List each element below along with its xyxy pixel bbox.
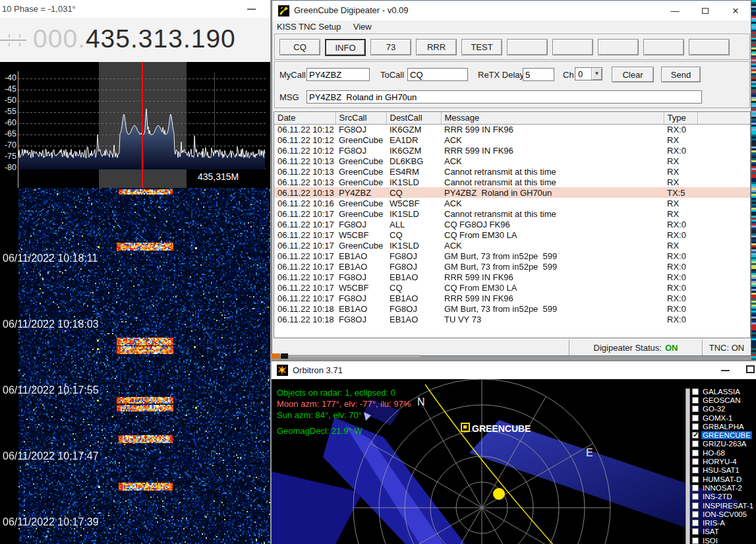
- table-row[interactable]: 06.11.22 10:17FG8OJALL CQ FG8OJ FK96RX:0: [274, 219, 750, 229]
- satellite-checkbox[interactable]: ✓: [692, 440, 699, 447]
- column-header[interactable]: Type: [664, 112, 697, 124]
- table-row[interactable]: 06.11.22 10:13GreenCubeES4RM Cannot retr…: [274, 166, 750, 177]
- column-header[interactable]: [697, 112, 750, 124]
- channel-select[interactable]: 0 ▼: [575, 67, 602, 80]
- table-row[interactable]: 06.11.22 10:13GreenCubeIK1SLD Cannot ret…: [274, 177, 750, 187]
- macro-button-rrr[interactable]: RRR: [416, 39, 457, 55]
- satellite-checkbox[interactable]: ✓: [692, 415, 699, 421]
- table-row[interactable]: 06.11.22 10:17FG8OJEB1AO RRR 599 IN FK96…: [274, 272, 750, 282]
- satellite-list-item[interactable]: ✓ HSU-SAT1: [692, 466, 756, 475]
- tocall-label: ToCall: [380, 70, 404, 80]
- macro-button-73[interactable]: 73: [370, 39, 411, 55]
- digipeater-close-button[interactable]: ✕: [720, 1, 751, 20]
- satellite-checkbox[interactable]: ✓: [692, 406, 699, 412]
- macro-button-blank-5[interactable]: [507, 39, 548, 55]
- satellite-checkbox[interactable]: ✓: [692, 458, 699, 465]
- column-header[interactable]: Message: [441, 112, 664, 124]
- macro-button-blank-9[interactable]: [689, 39, 730, 55]
- satellite-checkbox[interactable]: ✓: [692, 493, 699, 500]
- message-table[interactable]: DateSrcCallDestCallMessageType 06.11.22 …: [274, 111, 751, 338]
- clear-button[interactable]: Clear: [612, 67, 654, 82]
- satellite-list-item[interactable]: ✓ IRIS-A: [692, 518, 756, 527]
- satellite-checkbox[interactable]: ✓: [692, 520, 699, 526]
- satellite-name: GALASSIA: [701, 388, 741, 396]
- orbitron-radar-view[interactable]: N E GREENCUBE Objects on radar: 1, eclip…: [272, 379, 756, 544]
- table-row[interactable]: 06.11.22 10:17W5CBFCQ CQ From EM30 LARX:…: [274, 282, 750, 293]
- satellite-list-item[interactable]: ✓ ION-SCV005: [692, 510, 756, 518]
- satellite-checkbox[interactable]: ✓: [692, 485, 699, 491]
- satellite-checkbox[interactable]: ✓: [692, 511, 699, 518]
- macro-button-info[interactable]: INFO: [325, 39, 366, 56]
- orbitron-minimize-button[interactable]: [721, 370, 730, 371]
- satellite-checkbox[interactable]: ✓: [692, 537, 699, 544]
- satellite-list-item[interactable]: ✓ HUMSAT-D: [692, 475, 756, 483]
- satellite-checkbox[interactable]: ✓: [692, 528, 699, 535]
- table-row[interactable]: 06.11.22 10:17GreenCubeIK1SLD ACKRX: [274, 240, 750, 251]
- macro-button-test[interactable]: TEST: [461, 39, 502, 55]
- digipeater-maximize-button[interactable]: [690, 1, 720, 20]
- table-row[interactable]: 06.11.22 10:17EB1AOFG8OJ GM Burt, 73 fro…: [274, 251, 750, 261]
- column-header[interactable]: SrcCall: [335, 112, 386, 124]
- satellite-checkbox[interactable]: ✓: [692, 397, 699, 404]
- satellite-checkbox[interactable]: ✓: [692, 467, 699, 473]
- satellite-list-item[interactable]: ✓ GOMX-1: [692, 413, 756, 422]
- satellite-checkbox[interactable]: ✓: [692, 423, 699, 430]
- orbitron-titlebar[interactable]: Orbitron 3.71: [272, 361, 756, 379]
- macro-button-blank-6[interactable]: [552, 39, 593, 55]
- message-table-header[interactable]: DateSrcCallDestCallMessageType: [274, 112, 750, 124]
- satellite-list-item[interactable]: ✓ ISAT: [692, 528, 756, 536]
- satellite-list-item[interactable]: ✓ GEOSCAN: [692, 396, 756, 404]
- table-row[interactable]: 06.11.22 10:13PY4ZBZCQ PY4ZBZ Roland in …: [274, 187, 750, 198]
- satellite-list-item[interactable]: ✓ GALASSIA: [692, 387, 756, 396]
- table-row[interactable]: 06.11.22 10:17FG8OJEB1AO RRR 599 IN FK96…: [274, 293, 750, 303]
- tuning-line[interactable]: [142, 62, 143, 188]
- satellite-checkbox[interactable]: ✓: [692, 476, 699, 483]
- table-row[interactable]: 06.11.22 10:17W5CBFCQ CQ From EM30 LARX:…: [274, 229, 750, 240]
- satellite-checkbox[interactable]: ✓: [692, 450, 699, 456]
- satellite-list-item[interactable]: ✓ GRIZU-263A: [692, 440, 756, 448]
- send-button[interactable]: Send: [661, 67, 701, 82]
- satellite-list-item[interactable]: ✓ HO-68: [692, 448, 756, 457]
- sdr-titlebar[interactable]: 10 Phase = -1,031°: [0, 0, 270, 18]
- macro-button-cq[interactable]: CQ: [279, 39, 320, 55]
- table-row[interactable]: 06.11.22 10:12GreenCubeEA1DR ACKRX: [274, 135, 750, 145]
- table-row[interactable]: 06.11.22 10:17EB1AOFG8OJ GM Burt, 73 fro…: [274, 261, 750, 272]
- satellite-checkbox[interactable]: ✓: [692, 502, 699, 509]
- tocall-input[interactable]: [407, 68, 468, 81]
- table-row[interactable]: 06.11.22 10:18FG8OJEB1AO TU VY 73RX:0: [274, 314, 750, 324]
- frequency-display[interactable]: 000.435.313.190: [33, 24, 236, 53]
- table-row[interactable]: 06.11.22 10:16GreenCubeW5CBF ACKRX: [274, 198, 750, 208]
- waterfall-display[interactable]: 06/11/2022 10:18:1106/11/2022 10:18:0306…: [0, 188, 270, 544]
- table-row[interactable]: 06.11.22 10:18EB1AOFG8OJ GM Burt, 73 fro…: [274, 303, 750, 314]
- satellite-list-item[interactable]: ✓ ISOI: [692, 536, 756, 544]
- table-row[interactable]: 06.11.22 10:12FG8OJIK6GZM RRR 599 IN FK9…: [274, 124, 750, 135]
- menu-view[interactable]: View: [349, 20, 376, 33]
- table-row[interactable]: 06.11.22 10:13GreenCubeDL6KBG ACKRX: [274, 156, 750, 166]
- spectrum-display[interactable]: -40-45-50-55-60-65-70-75-80 435,315M: [0, 62, 270, 188]
- table-row[interactable]: 06.11.22 10:12FG8OJIK6GZM RRR 599 IN FK9…: [274, 145, 750, 156]
- digipeater-minimize-button[interactable]: —: [660, 1, 690, 20]
- retx-delay-input[interactable]: [523, 68, 554, 81]
- satellite-list-item[interactable]: ✓ INNOSAT-2: [692, 483, 756, 492]
- satellite-list-item[interactable]: ✓ GRBALPHA: [692, 422, 756, 431]
- satellite-list-item[interactable]: ✓ GREENCUBE: [692, 431, 756, 439]
- satellite-list-scrollbar[interactable]: [685, 388, 690, 544]
- macro-button-blank-8[interactable]: [643, 39, 684, 55]
- satellite-checkbox[interactable]: ✓: [692, 432, 699, 438]
- column-header[interactable]: Date: [274, 112, 335, 124]
- column-header[interactable]: DestCall: [386, 112, 441, 124]
- chevron-down-icon[interactable]: ▼: [591, 68, 602, 80]
- table-row[interactable]: 06.11.22 10:17GreenCubeIK1SLD Cannot ret…: [274, 208, 750, 219]
- sdr-minimize-button[interactable]: [247, 9, 256, 10]
- mycall-input[interactable]: [306, 68, 370, 81]
- satellite-list-item[interactable]: ✓ HORYU-4: [692, 457, 756, 466]
- macro-button-blank-7[interactable]: [598, 39, 639, 55]
- digipeater-titlebar[interactable]: GreenCube Digipeater - v0.09 — ✕: [272, 1, 751, 20]
- menu-kiss-tnc-setup[interactable]: KISS TNC Setup: [272, 20, 345, 33]
- satellite-list-item[interactable]: ✓ GO-32: [692, 405, 756, 413]
- orbitron-maximize-button[interactable]: [746, 365, 755, 373]
- satellite-checkbox[interactable]: ✓: [692, 388, 699, 395]
- satellite-list-item[interactable]: ✓ INS-2TD: [692, 493, 756, 501]
- msg-input[interactable]: [306, 90, 702, 104]
- satellite-list-item[interactable]: ✓ INSPIRESAT-1: [692, 501, 756, 510]
